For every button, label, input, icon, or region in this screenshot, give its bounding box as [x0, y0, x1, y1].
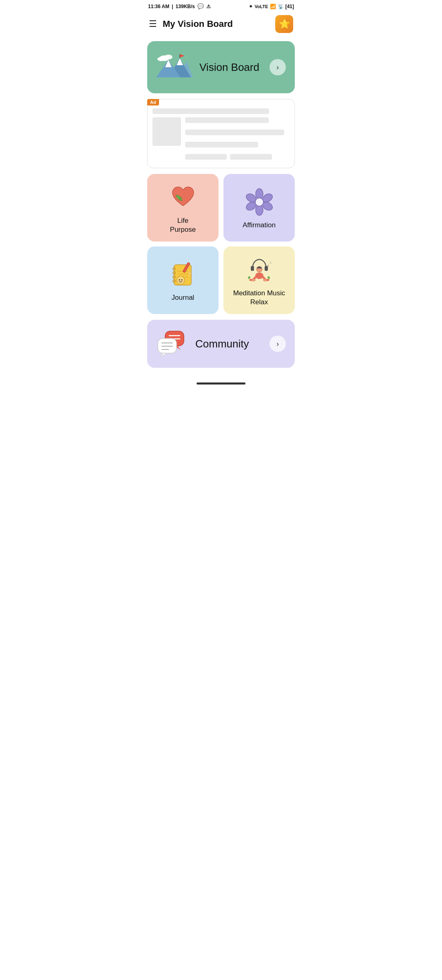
- menu-button[interactable]: ☰: [149, 19, 157, 29]
- affirmation-card[interactable]: Affirmation: [223, 174, 295, 242]
- journal-card[interactable]: Journal: [147, 246, 219, 314]
- svg-point-31: [181, 279, 182, 281]
- ad-skeleton-box: [152, 117, 181, 146]
- meditation-icon: ♪ ♫: [245, 255, 274, 285]
- journal-label: Journal: [172, 293, 194, 302]
- ad-card: Ad: [147, 99, 295, 168]
- category-grid: LifePurpose Affirmation: [147, 174, 295, 314]
- battery-icon: [41]: [285, 4, 294, 9]
- svg-point-30: [179, 279, 180, 281]
- svg-text:♫: ♫: [269, 261, 272, 264]
- vision-board-arrow[interactable]: ›: [270, 59, 286, 75]
- svg-point-38: [252, 279, 256, 281]
- star-badge-button[interactable]: ⭐: [275, 15, 293, 33]
- page-title: My Vision Board: [163, 19, 233, 29]
- svg-rect-34: [251, 266, 254, 271]
- vision-board-card[interactable]: Vision Board ›: [147, 41, 295, 93]
- status-bar: 11:36 AM | 139KB/s 💬 ⚠ ✴ VoLTE 📶 📡 [41]: [141, 0, 301, 11]
- header: ☰ My Vision Board ⭐: [141, 11, 301, 38]
- svg-point-32: [178, 280, 179, 282]
- status-left: 11:36 AM | 139KB/s 💬 ⚠: [148, 3, 211, 9]
- community-card[interactable]: Community ›: [147, 320, 295, 368]
- svg-point-29: [177, 276, 185, 284]
- life-purpose-card[interactable]: LifePurpose: [147, 174, 219, 242]
- warning-icon: ⚠: [206, 4, 211, 9]
- svg-marker-48: [160, 353, 167, 357]
- community-icon: [156, 330, 189, 358]
- svg-marker-8: [180, 54, 185, 57]
- ad-line-5: [185, 154, 227, 160]
- mountain-icon: [156, 51, 193, 83]
- network-speed: |: [172, 4, 173, 9]
- community-arrow[interactable]: ›: [270, 336, 286, 352]
- wifi-icon: 📡: [278, 4, 284, 9]
- bottom-bar: [141, 376, 301, 389]
- svg-point-18: [255, 198, 263, 206]
- vision-board-title: Vision Board: [199, 61, 259, 74]
- meditation-label: Meditation MusicRelax: [233, 289, 285, 307]
- star-icon: ⭐: [279, 19, 290, 29]
- ad-line-4: [185, 142, 258, 147]
- ad-skeleton-row: [152, 117, 290, 163]
- community-title: Community: [195, 338, 249, 350]
- community-left: Community: [156, 330, 249, 358]
- status-right: ✴ VoLTE 📶 📡 [41]: [249, 4, 294, 9]
- main-content: Vision Board › Ad: [141, 38, 301, 376]
- ad-line-6: [230, 154, 272, 160]
- svg-point-37: [255, 272, 263, 279]
- svg-marker-4: [177, 58, 183, 65]
- svg-point-15: [256, 205, 263, 215]
- whatsapp-icon: 💬: [197, 3, 204, 9]
- home-indicator: [197, 382, 245, 385]
- svg-point-10: [161, 56, 168, 60]
- bluetooth-icon: ✴: [249, 4, 253, 9]
- journal-icon: [168, 260, 198, 289]
- affirmation-label: Affirmation: [243, 221, 276, 230]
- affirmation-icon: [245, 187, 274, 217]
- svg-point-33: [182, 280, 183, 282]
- vision-board-left: Vision Board: [156, 51, 259, 83]
- ad-line-2: [185, 117, 269, 123]
- svg-point-12: [256, 189, 263, 199]
- ad-line-3: [185, 130, 284, 135]
- time: 11:36 AM: [148, 4, 169, 9]
- meditation-card[interactable]: ♪ ♫ Meditation MusicRelax: [223, 246, 295, 314]
- network-kb: 139KB/s: [176, 4, 195, 9]
- ad-badge: Ad: [147, 99, 159, 105]
- signal-icon: VoLTE: [254, 4, 268, 9]
- header-left: ☰ My Vision Board: [149, 19, 233, 29]
- ad-skeleton-1: [152, 108, 269, 114]
- svg-point-39: [263, 279, 267, 281]
- life-purpose-icon: [168, 183, 198, 212]
- bars-icon: 📶: [270, 4, 276, 9]
- life-purpose-label: LifePurpose: [170, 216, 196, 234]
